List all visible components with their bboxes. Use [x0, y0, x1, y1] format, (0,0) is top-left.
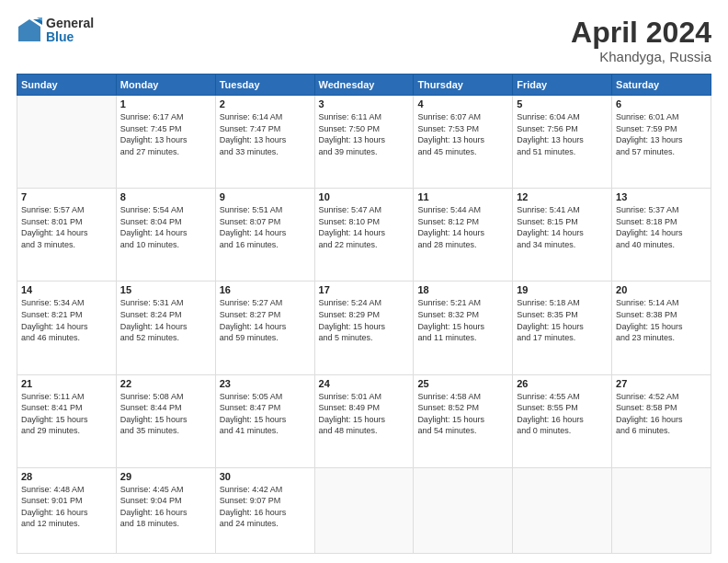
- table-row: 9Sunrise: 5:51 AM Sunset: 8:07 PM Daylig…: [215, 189, 314, 282]
- generalblue-logo-icon: [17, 17, 42, 43]
- day-number: 23: [220, 378, 311, 389]
- cell-info: Sunrise: 5:41 AM Sunset: 8:15 PM Dayligh…: [517, 204, 608, 250]
- cell-info: Sunrise: 6:14 AM Sunset: 7:47 PM Dayligh…: [220, 111, 311, 157]
- cell-info: Sunrise: 6:11 AM Sunset: 7:50 PM Dayligh…: [319, 111, 410, 157]
- table-row: 1Sunrise: 6:17 AM Sunset: 7:45 PM Daylig…: [116, 96, 215, 189]
- table-row: 20Sunrise: 5:14 AM Sunset: 8:38 PM Dayli…: [612, 282, 711, 374]
- table-row: [513, 467, 612, 553]
- cell-info: Sunrise: 4:58 AM Sunset: 8:52 PM Dayligh…: [417, 391, 508, 437]
- header: General Blue April 2024 Khandyga, Russia: [17, 17, 711, 64]
- header-wednesday: Wednesday: [314, 75, 414, 96]
- calendar-header-row: Sunday Monday Tuesday Wednesday Thursday…: [17, 75, 711, 96]
- table-row: 27Sunrise: 4:52 AM Sunset: 8:58 PM Dayli…: [612, 374, 711, 467]
- table-row: 22Sunrise: 5:08 AM Sunset: 8:44 PM Dayli…: [116, 374, 215, 467]
- table-row: [414, 467, 513, 553]
- table-row: 13Sunrise: 5:37 AM Sunset: 8:18 PM Dayli…: [612, 189, 711, 282]
- day-number: 16: [220, 284, 311, 295]
- title-block: April 2024 Khandyga, Russia: [571, 17, 711, 64]
- day-number: 18: [417, 284, 508, 295]
- day-number: 12: [517, 191, 608, 202]
- cell-info: Sunrise: 5:14 AM Sunset: 8:38 PM Dayligh…: [616, 297, 707, 343]
- cell-info: Sunrise: 5:54 AM Sunset: 8:04 PM Dayligh…: [120, 204, 211, 250]
- table-row: 25Sunrise: 4:58 AM Sunset: 8:52 PM Dayli…: [414, 374, 513, 467]
- cell-info: Sunrise: 4:42 AM Sunset: 9:07 PM Dayligh…: [220, 484, 311, 530]
- day-number: 4: [417, 98, 508, 109]
- cell-info: Sunrise: 5:24 AM Sunset: 8:29 PM Dayligh…: [319, 297, 410, 343]
- cell-info: Sunrise: 4:55 AM Sunset: 8:55 PM Dayligh…: [517, 391, 608, 437]
- cell-info: Sunrise: 5:05 AM Sunset: 8:47 PM Dayligh…: [220, 391, 311, 437]
- table-row: [612, 467, 711, 553]
- logo-blue: Blue: [46, 30, 94, 44]
- cell-info: Sunrise: 4:45 AM Sunset: 9:04 PM Dayligh…: [120, 484, 211, 530]
- cell-info: Sunrise: 6:04 AM Sunset: 7:56 PM Dayligh…: [517, 111, 608, 157]
- cell-info: Sunrise: 5:37 AM Sunset: 8:18 PM Dayligh…: [616, 204, 707, 250]
- cell-info: Sunrise: 5:31 AM Sunset: 8:24 PM Dayligh…: [120, 297, 211, 343]
- table-row: 30Sunrise: 4:42 AM Sunset: 9:07 PM Dayli…: [215, 467, 314, 553]
- day-number: 19: [517, 284, 608, 295]
- day-number: 26: [517, 378, 608, 389]
- day-number: 13: [616, 191, 707, 202]
- table-row: [17, 96, 117, 189]
- logo-general: General: [46, 17, 94, 30]
- cell-info: Sunrise: 5:57 AM Sunset: 8:01 PM Dayligh…: [21, 204, 112, 250]
- table-row: 17Sunrise: 5:24 AM Sunset: 8:29 PM Dayli…: [314, 282, 414, 374]
- day-number: 10: [319, 191, 410, 202]
- cell-info: Sunrise: 4:48 AM Sunset: 9:01 PM Dayligh…: [21, 484, 112, 530]
- table-row: 14Sunrise: 5:34 AM Sunset: 8:21 PM Dayli…: [17, 282, 117, 374]
- day-number: 2: [220, 98, 311, 109]
- day-number: 25: [417, 378, 508, 389]
- table-row: 11Sunrise: 5:44 AM Sunset: 8:12 PM Dayli…: [414, 189, 513, 282]
- cell-info: Sunrise: 5:11 AM Sunset: 8:41 PM Dayligh…: [21, 391, 112, 437]
- calendar-location: Khandyga, Russia: [571, 49, 711, 64]
- day-number: 14: [21, 284, 112, 295]
- table-row: 5Sunrise: 6:04 AM Sunset: 7:56 PM Daylig…: [513, 96, 612, 189]
- table-row: 10Sunrise: 5:47 AM Sunset: 8:10 PM Dayli…: [314, 189, 414, 282]
- table-row: 3Sunrise: 6:11 AM Sunset: 7:50 PM Daylig…: [314, 96, 414, 189]
- header-tuesday: Tuesday: [215, 75, 314, 96]
- day-number: 8: [120, 191, 211, 202]
- header-monday: Monday: [116, 75, 215, 96]
- day-number: 9: [220, 191, 311, 202]
- cell-info: Sunrise: 6:01 AM Sunset: 7:59 PM Dayligh…: [616, 111, 707, 157]
- table-row: 19Sunrise: 5:18 AM Sunset: 8:35 PM Dayli…: [513, 282, 612, 374]
- day-number: 28: [21, 471, 112, 482]
- table-row: 8Sunrise: 5:54 AM Sunset: 8:04 PM Daylig…: [116, 189, 215, 282]
- cell-info: Sunrise: 5:47 AM Sunset: 8:10 PM Dayligh…: [319, 204, 410, 250]
- table-row: 21Sunrise: 5:11 AM Sunset: 8:41 PM Dayli…: [17, 374, 117, 467]
- cell-info: Sunrise: 5:27 AM Sunset: 8:27 PM Dayligh…: [220, 297, 311, 343]
- day-number: 6: [616, 98, 707, 109]
- cell-info: Sunrise: 5:51 AM Sunset: 8:07 PM Dayligh…: [220, 204, 311, 250]
- day-number: 29: [120, 471, 211, 482]
- table-row: 18Sunrise: 5:21 AM Sunset: 8:32 PM Dayli…: [414, 282, 513, 374]
- table-row: 16Sunrise: 5:27 AM Sunset: 8:27 PM Dayli…: [215, 282, 314, 374]
- day-number: 22: [120, 378, 211, 389]
- table-row: 6Sunrise: 6:01 AM Sunset: 7:59 PM Daylig…: [612, 96, 711, 189]
- table-row: 28Sunrise: 4:48 AM Sunset: 9:01 PM Dayli…: [17, 467, 117, 553]
- day-number: 24: [319, 378, 410, 389]
- table-row: 26Sunrise: 4:55 AM Sunset: 8:55 PM Dayli…: [513, 374, 612, 467]
- day-number: 7: [21, 191, 112, 202]
- table-row: 7Sunrise: 5:57 AM Sunset: 8:01 PM Daylig…: [17, 189, 117, 282]
- day-number: 30: [220, 471, 311, 482]
- cell-info: Sunrise: 6:07 AM Sunset: 7:53 PM Dayligh…: [417, 111, 508, 157]
- table-row: 12Sunrise: 5:41 AM Sunset: 8:15 PM Dayli…: [513, 189, 612, 282]
- table-row: 15Sunrise: 5:31 AM Sunset: 8:24 PM Dayli…: [116, 282, 215, 374]
- table-row: 4Sunrise: 6:07 AM Sunset: 7:53 PM Daylig…: [414, 96, 513, 189]
- table-row: [314, 467, 414, 553]
- header-saturday: Saturday: [612, 75, 711, 96]
- header-sunday: Sunday: [17, 75, 117, 96]
- day-number: 27: [616, 378, 707, 389]
- cell-info: Sunrise: 5:34 AM Sunset: 8:21 PM Dayligh…: [21, 297, 112, 343]
- logo: General Blue: [17, 17, 94, 45]
- day-number: 1: [120, 98, 211, 109]
- calendar-table: Sunday Monday Tuesday Wednesday Thursday…: [17, 74, 711, 554]
- day-number: 17: [319, 284, 410, 295]
- day-number: 11: [417, 191, 508, 202]
- day-number: 3: [319, 98, 410, 109]
- calendar-title: April 2024: [571, 17, 711, 49]
- table-row: 2Sunrise: 6:14 AM Sunset: 7:47 PM Daylig…: [215, 96, 314, 189]
- cell-info: Sunrise: 5:18 AM Sunset: 8:35 PM Dayligh…: [517, 297, 608, 343]
- header-thursday: Thursday: [414, 75, 513, 96]
- cell-info: Sunrise: 6:17 AM Sunset: 7:45 PM Dayligh…: [120, 111, 211, 157]
- cell-info: Sunrise: 5:21 AM Sunset: 8:32 PM Dayligh…: [417, 297, 508, 343]
